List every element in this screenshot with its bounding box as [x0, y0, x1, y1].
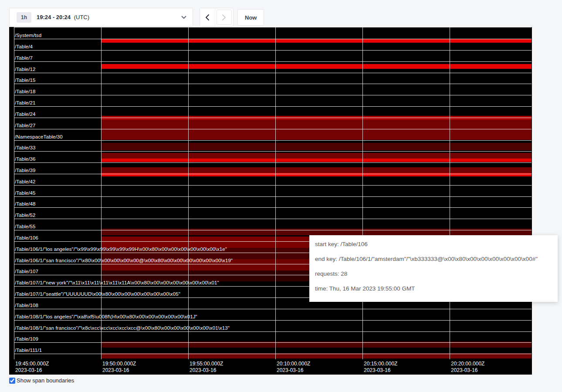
x-axis-time: 19:55:00.000Z: [190, 361, 223, 367]
row-label: /Table/48: [15, 201, 36, 207]
time-range-value: 19:24 - 20:24: [37, 14, 71, 20]
row-label: /Table/42: [15, 179, 36, 185]
row-label: /Table/109: [15, 336, 38, 342]
show-span-boundaries-checkbox[interactable]: [9, 378, 15, 384]
heat-band: [101, 64, 532, 69]
x-axis-date: 2023-03-16: [364, 367, 397, 374]
hover-tooltip: start key: /Table/106 end key: /Table/10…: [309, 235, 558, 302]
chevron-down-icon: [181, 16, 186, 19]
time-range-selector[interactable]: 1h 19:24 - 20:24 (UTC): [9, 8, 193, 27]
heat-band: [101, 120, 532, 140]
tooltip-requests: requests: 28: [315, 270, 552, 278]
show-span-boundaries-label: Show span boundaries: [17, 377, 74, 384]
x-axis-time: 19:50:00.000Z: [102, 361, 136, 367]
x-axis-time: 20:15:00.000Z: [364, 361, 397, 367]
span-boundary-line: [14, 174, 532, 174]
heat-band: [101, 39, 532, 43]
row-label: /Table/106: [15, 235, 38, 241]
row-label: /Table/7: [15, 55, 33, 61]
row-label: /Table/12: [15, 66, 36, 72]
chevron-right-icon: [222, 14, 226, 21]
row-label: /Table/108: [15, 302, 38, 308]
time-gridline: [450, 27, 450, 359]
row-label: /Table/108/1/"los angeles"/"\xa8\xf5\u00…: [15, 314, 197, 320]
left-boundary-line: [14, 27, 14, 359]
span-boundary-line: [14, 27, 532, 27]
span-boundary-line: [14, 39, 532, 39]
x-axis-date: 2023-03-16: [277, 367, 310, 374]
span-boundary-line: [14, 84, 532, 84]
next-time-button[interactable]: [217, 10, 232, 25]
x-axis-label: 20:20:00.000Z2023-03-16: [451, 361, 484, 374]
span-boundary-line: [14, 331, 532, 332]
duration-badge: 1h: [17, 12, 31, 23]
row-label: /Table/15: [15, 77, 36, 83]
tooltip-start-key: start key: /Table/106: [315, 240, 552, 249]
span-boundary-line: [14, 207, 532, 208]
x-axis-date: 2023-03-16: [102, 367, 136, 374]
x-axis-label: 20:15:00.000Z2023-03-16: [364, 361, 397, 374]
heat-band: [101, 153, 532, 159]
row-label: /Table/18: [15, 88, 36, 95]
row-label: /Table/52: [15, 212, 36, 218]
span-boundary-line: [14, 185, 532, 186]
row-label: /Table/108/1/"san francisco"/"\x8c\xcc\x…: [15, 325, 230, 331]
row-label: /Table/21: [15, 100, 36, 106]
x-axis-date: 2023-03-16: [451, 367, 484, 374]
row-label: /Table/4: [15, 44, 33, 50]
heat-band: [101, 143, 532, 150]
row-label: /System/tsd: [15, 32, 41, 38]
span-boundary-line: [14, 309, 532, 309]
span-boundary-line: [14, 61, 532, 62]
span-boundary-line: [14, 129, 532, 129]
span-boundary-line: [14, 73, 532, 73]
span-boundary-line: [14, 50, 532, 51]
row-label: /Table/55: [15, 223, 36, 230]
row-label: /Table/107: [15, 268, 38, 274]
x-axis-label: 19:50:00.000Z2023-03-16: [102, 361, 136, 374]
key-visualizer-canvas[interactable]: /System/tsd/Table/4/Table/7/Table/12/Tab…: [9, 27, 532, 375]
span-boundary-line: [14, 342, 532, 343]
span-boundary-line: [14, 118, 532, 118]
prev-time-button[interactable]: [200, 8, 215, 26]
span-boundary-line: [14, 354, 532, 354]
time-range-label: 19:24 - 20:24 (UTC): [37, 14, 89, 20]
now-button[interactable]: Now: [237, 9, 264, 26]
row-label: /Table/106/1/"los angeles"/"\x99\x99\x99…: [15, 246, 227, 252]
span-boundary-line: [14, 151, 532, 152]
row-label: /Table/36: [15, 156, 36, 162]
time-gridline: [275, 27, 276, 359]
chevron-left-icon: [205, 14, 210, 21]
heat-band: [101, 159, 532, 162]
tooltip-end-key: end key: /Table/106/1/"amsterdam"/"\xb33…: [315, 255, 552, 264]
x-axis-label: 19:55:00.000Z2023-03-16: [190, 361, 223, 374]
timezone-label: (UTC): [74, 14, 89, 20]
span-boundary-line: [14, 95, 532, 95]
x-axis-date: 2023-03-16: [190, 367, 223, 374]
time-nav-group: [200, 8, 234, 27]
row-label: /Table/33: [15, 145, 36, 151]
x-axis-time: 20:20:00.000Z: [451, 361, 484, 367]
x-axis-date: 2023-03-16: [15, 367, 49, 374]
footer-controls: Show span boundaries: [9, 377, 74, 384]
tooltip-time: time: Thu, 16 Mar 2023 19:55:00 GMT: [315, 284, 552, 293]
x-axis-label: 20:10:00.000Z2023-03-16: [277, 361, 310, 374]
span-boundary-line: [14, 219, 532, 219]
row-label: /Table/111/1: [15, 347, 42, 353]
x-axis-time: 20:10:00.000Z: [277, 361, 310, 367]
span-boundary-line: [14, 196, 532, 197]
span-boundary-line: [14, 140, 532, 141]
heat-band: [101, 167, 532, 173]
row-label: /Table/107/1/"seattle"/"UUUUUUD\x00\x80\…: [15, 291, 180, 297]
span-boundary-line: [14, 106, 532, 107]
time-gridline: [362, 27, 363, 359]
span-boundary-line: [14, 320, 532, 321]
row-label: /Table/107/1/"new york"/"\x11\x11\x11\x1…: [15, 280, 219, 286]
row-label: /Table/45: [15, 190, 36, 196]
x-axis-time: 19:45:00.000Z: [15, 361, 49, 367]
span-boundary-line: [14, 162, 532, 163]
span-boundary-line: [14, 230, 532, 230]
row-label: /NamespaceTable/30: [15, 134, 63, 140]
time-gridline: [101, 27, 102, 359]
row-label: /Table/39: [15, 167, 36, 173]
